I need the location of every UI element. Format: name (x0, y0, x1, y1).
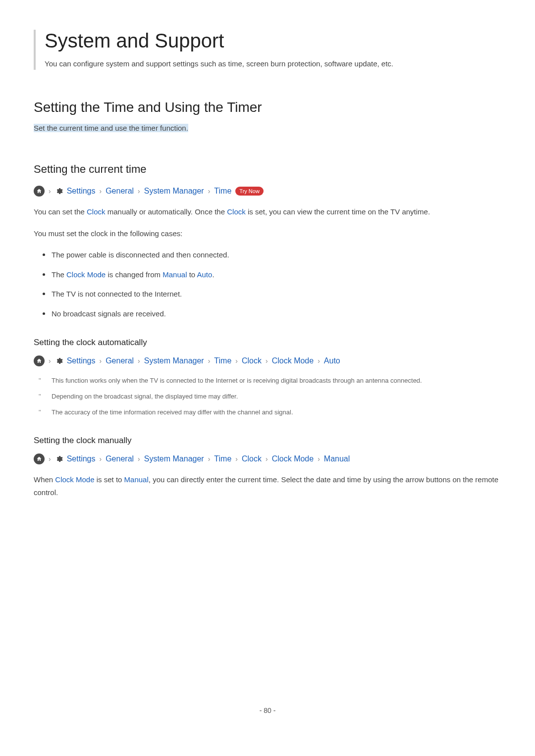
breadcrumb-manual[interactable]: Manual (324, 454, 350, 463)
try-now-badge[interactable]: Try Now (235, 187, 264, 196)
list-item: The TV is not connected to the Internet. (34, 288, 501, 301)
chevron-icon: › (235, 455, 238, 463)
home-icon[interactable] (34, 355, 45, 366)
breadcrumb: › Settings › General › System Manager › … (34, 355, 501, 366)
note-item: This function works only when the TV is … (34, 375, 501, 386)
main-title-block: System and Support You can configure sys… (34, 30, 501, 70)
text: is set, you can view the current time on… (246, 207, 430, 216)
note-list: This function works only when the TV is … (34, 375, 501, 418)
gear-icon (55, 187, 63, 195)
breadcrumb: › Settings › General › System Manager › … (34, 454, 501, 464)
link-manual[interactable]: Manual (162, 270, 187, 279)
chevron-icon: › (208, 187, 211, 195)
breadcrumb-system-manager[interactable]: System Manager (144, 454, 204, 463)
link-clock-mode[interactable]: Clock Mode (66, 270, 106, 279)
text: The (52, 270, 66, 279)
body-paragraph: You must set the clock in the following … (34, 227, 501, 240)
note-item: Depending on the broadcast signal, the d… (34, 391, 501, 402)
section-title: Setting the Time and Using the Timer (34, 100, 501, 115)
subsection-clock-manual: Setting the clock manually › Settings › … (34, 436, 501, 499)
sub-subsection-title: Setting the clock automatically (34, 338, 501, 348)
subsection-current-time: Setting the current time › Settings › Ge… (34, 163, 501, 499)
list-item: No broadcast signals are received. (34, 307, 501, 320)
chevron-icon: › (318, 455, 320, 463)
text: is set to (95, 475, 124, 484)
subsection-title: Setting the current time (34, 163, 501, 176)
breadcrumb-time[interactable]: Time (214, 356, 231, 365)
text: to (187, 270, 197, 279)
gear-icon (55, 455, 63, 463)
body-paragraph: You can set the Clock manually or automa… (34, 205, 501, 218)
breadcrumb-clock-mode[interactable]: Clock Mode (272, 356, 314, 365)
breadcrumb-settings[interactable]: Settings (67, 454, 96, 463)
home-icon[interactable] (34, 454, 45, 464)
note-item: The accuracy of the time information rec… (34, 407, 501, 418)
link-clock-mode[interactable]: Clock Mode (55, 475, 94, 484)
link-clock[interactable]: Clock (227, 207, 246, 216)
chevron-icon: › (208, 455, 211, 463)
breadcrumb-general[interactable]: General (106, 454, 134, 463)
chevron-icon: › (235, 357, 238, 365)
chevron-icon: › (49, 357, 51, 365)
breadcrumb-auto[interactable]: Auto (324, 356, 340, 365)
chevron-icon: › (266, 455, 268, 463)
breadcrumb-general[interactable]: General (106, 187, 134, 196)
link-clock[interactable]: Clock (87, 207, 106, 216)
chevron-icon: › (99, 187, 102, 195)
chevron-icon: › (208, 357, 211, 365)
chevron-icon: › (49, 187, 51, 195)
breadcrumb-clock[interactable]: Clock (242, 356, 262, 365)
chevron-icon: › (99, 455, 102, 463)
breadcrumb-general[interactable]: General (106, 356, 134, 365)
list-item: The Clock Mode is changed from Manual to… (34, 268, 501, 281)
chevron-icon: › (138, 357, 140, 365)
chevron-icon: › (138, 455, 140, 463)
breadcrumb-settings[interactable]: Settings (67, 187, 96, 196)
link-auto[interactable]: Auto (197, 270, 213, 279)
subsection-clock-auto: Setting the clock automatically › Settin… (34, 338, 501, 418)
breadcrumb-time[interactable]: Time (214, 187, 231, 196)
sub-subsection-title: Setting the clock manually (34, 436, 501, 446)
chevron-icon: › (99, 357, 102, 365)
gear-icon (55, 357, 63, 365)
bullet-list: The power cable is disconnected and then… (34, 249, 501, 320)
link-manual[interactable]: Manual (124, 475, 149, 484)
breadcrumb-system-manager[interactable]: System Manager (144, 356, 204, 365)
page-subtitle: You can configure system and support set… (45, 58, 501, 70)
text: . (212, 270, 214, 279)
chevron-icon: › (266, 357, 268, 365)
text: manually or automatically. Once the (106, 207, 227, 216)
list-item: The power cable is disconnected and then… (34, 249, 501, 261)
breadcrumb-clock-mode[interactable]: Clock Mode (272, 454, 314, 463)
section-subtitle: Set the current time and use the timer f… (34, 124, 188, 132)
text: When (34, 475, 55, 484)
page-number: - 80 - (34, 706, 501, 714)
text: is changed from (106, 270, 162, 279)
chevron-icon: › (318, 357, 320, 365)
home-icon[interactable] (34, 186, 45, 197)
text: You can set the (34, 207, 87, 216)
chevron-icon: › (138, 187, 140, 195)
breadcrumb-clock[interactable]: Clock (242, 454, 262, 463)
breadcrumb-system-manager[interactable]: System Manager (144, 187, 204, 196)
page-title: System and Support (45, 30, 501, 52)
breadcrumb-settings[interactable]: Settings (67, 356, 96, 365)
chevron-icon: › (49, 455, 51, 463)
breadcrumb-time[interactable]: Time (214, 454, 231, 463)
body-paragraph: When Clock Mode is set to Manual, you ca… (34, 473, 501, 499)
breadcrumb: › Settings › General › System Manager › … (34, 186, 501, 197)
